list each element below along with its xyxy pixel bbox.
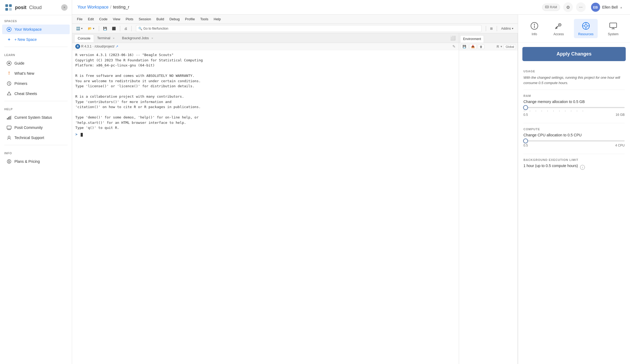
sidebar-item-system-status[interactable]: Current System Status (2, 113, 70, 122)
plus-icon: + (6, 37, 12, 42)
toolbar: 🆕 ▼ 📂 ▼ 💾 ⬛ 🖨 🔍 Go to file/function (72, 24, 518, 33)
tab-environment[interactable]: Environment (460, 35, 484, 43)
workspace-icon (6, 27, 12, 32)
breadcrumb-separator: / (110, 5, 111, 10)
user-menu[interactable]: EB Ellen Bell ▲ (589, 2, 625, 13)
tab-console[interactable]: Console (74, 34, 94, 42)
toolbar-open-btn[interactable]: 📂 ▼ (86, 26, 97, 31)
ram-slider-thumb[interactable] (523, 105, 528, 110)
access-icon-label: Access (554, 32, 564, 36)
cheat-sheets-icon (6, 91, 12, 96)
toolbar-separator-2 (120, 26, 120, 31)
sidebar-item-primers[interactable]: Primers (2, 79, 70, 88)
file-search-icon: 🔍 (138, 27, 142, 30)
panel-maximize-btn[interactable]: ⬜ (449, 34, 457, 42)
compute-slider-thumb[interactable] (523, 139, 528, 143)
menu-debug[interactable]: Debug (167, 16, 182, 22)
svg-point-7 (8, 62, 10, 64)
settings-resources-item[interactable]: Resources (574, 19, 598, 38)
settings-button[interactable]: ⚙ (563, 2, 573, 12)
r-version-info: R R 4.3.1 · /cloud/project/ ↗ (75, 44, 118, 49)
toolbar-addins-btn[interactable]: Addins ▼ (499, 26, 516, 31)
menu-view[interactable]: View (110, 16, 123, 22)
console-input-line[interactable]: > (75, 133, 456, 137)
apply-changes-button[interactable]: Apply Changes (522, 47, 626, 61)
menu-code[interactable]: Code (96, 16, 110, 22)
terminal-close-btn[interactable]: × (112, 36, 116, 40)
tab-terminal[interactable]: Terminal × (94, 34, 119, 42)
community-label: Posit Community (14, 125, 43, 130)
background-close-btn[interactable]: × (150, 36, 154, 40)
breadcrumb-workspace[interactable]: Your Workspace (77, 5, 109, 10)
settings-info-item[interactable]: Info (525, 19, 543, 38)
guide-icon (6, 61, 12, 66)
env-toolbar: 💾 📥 🗑 R ▼ Global (459, 43, 518, 50)
console-clear-btn[interactable]: ✎ (452, 44, 456, 49)
env-toolbar-save-btn[interactable]: 💾 (461, 44, 468, 49)
file-path-bar[interactable]: 🔍 Go to file/function (136, 25, 482, 32)
env-global-btn[interactable]: Global (504, 44, 516, 49)
bg-exec-info-icon[interactable]: i (580, 165, 585, 170)
gear-icon: ⚙ (566, 5, 570, 10)
svg-rect-13 (11, 116, 11, 120)
bg-exec-section: BACKGROUND EXECUTION LIMIT 1 hour (up to… (518, 154, 630, 175)
sidebar-item-workspace[interactable]: Your Workspace (2, 25, 70, 34)
logo: posit Cloud (4, 3, 42, 12)
menu-session[interactable]: Session (136, 16, 154, 22)
r-env-label: R (497, 45, 499, 49)
svg-point-24 (534, 24, 535, 25)
svg-rect-11 (8, 117, 9, 120)
sidebar-item-guide[interactable]: Guide (2, 58, 70, 68)
menu-profile[interactable]: Profile (182, 16, 198, 22)
sidebar-item-community[interactable]: Posit Community (2, 123, 70, 132)
sidebar-close-button[interactable]: × (61, 4, 68, 11)
ram-ticks (524, 110, 583, 112)
whats-new-icon: ! (6, 71, 12, 76)
more-options-button[interactable]: ··· (576, 2, 586, 12)
menu-build[interactable]: Build (154, 16, 167, 22)
sidebar-item-plans[interactable]: $ Plans & Pricing (2, 157, 70, 166)
spaces-section-label: Spaces (0, 15, 72, 24)
system-status-label: Current System Status (14, 115, 52, 120)
env-toolbar-import-btn[interactable]: 📥 (469, 44, 477, 49)
sidebar-item-new-space[interactable]: + + New Space (2, 35, 70, 44)
sidebar-item-cheat-sheets[interactable]: Cheat Sheets (2, 89, 70, 98)
close-icon: × (63, 6, 65, 9)
menu-file[interactable]: File (74, 16, 85, 22)
community-icon (6, 125, 12, 130)
toolbar-grid-btn[interactable]: ⊞ (488, 26, 495, 31)
toolbar-save-btn[interactable]: 💾 (101, 26, 109, 31)
menu-help[interactable]: Help (211, 16, 224, 22)
svg-text:$: $ (8, 160, 10, 163)
posit-logo-icon (4, 3, 13, 12)
system-status-icon (6, 115, 12, 120)
main-area: Your Workspace / testing_r RAM ⚙ (72, 0, 630, 364)
ram-slider-container: 0.5 16 GB (523, 107, 625, 117)
file-path-label: Go to file/function (143, 27, 168, 30)
toolbar-new-file-btn[interactable]: 🆕 ▼ (74, 26, 85, 31)
tech-support-icon (6, 135, 12, 140)
sidebar-item-whats-new[interactable]: ! What's New (2, 69, 70, 78)
env-toolbar-clear-btn[interactable]: 🗑 (478, 44, 484, 49)
settings-system-item[interactable]: System (604, 19, 623, 38)
svg-marker-9 (7, 92, 11, 95)
system-icon-label: System (608, 32, 619, 36)
menu-edit[interactable]: Edit (85, 16, 96, 22)
menu-plots[interactable]: Plots (123, 16, 136, 22)
svg-point-5 (8, 29, 10, 30)
console-cursor (81, 133, 83, 137)
sidebar-item-tech-support[interactable]: Technical Support (2, 133, 70, 143)
compute-slider-container: 0.5 4 CPU (523, 140, 625, 147)
toolbar-dropdown-arrow: ▼ (81, 27, 83, 30)
menu-tools[interactable]: Tools (198, 16, 211, 22)
bg-exec-text: 1 hour (up to 0.5 compute hours) (523, 164, 578, 168)
topbar-right: RAM ⚙ ··· EB Ellen Bell ▲ (542, 2, 625, 13)
console-output[interactable]: R version 4.3.1 (2023-06-16) -- "Beagle … (72, 50, 459, 364)
ram-badge[interactable]: RAM (542, 4, 560, 11)
plans-label: Plans & Pricing (14, 159, 40, 164)
tab-background-jobs[interactable]: Background Jobs × (119, 34, 157, 42)
toolbar-save-all-btn[interactable]: ⬛ (110, 26, 118, 31)
r-version: R 4.3.1 (81, 45, 92, 48)
settings-access-item[interactable]: Access (549, 19, 568, 38)
toolbar-print-btn[interactable]: 🖨 (122, 26, 129, 31)
